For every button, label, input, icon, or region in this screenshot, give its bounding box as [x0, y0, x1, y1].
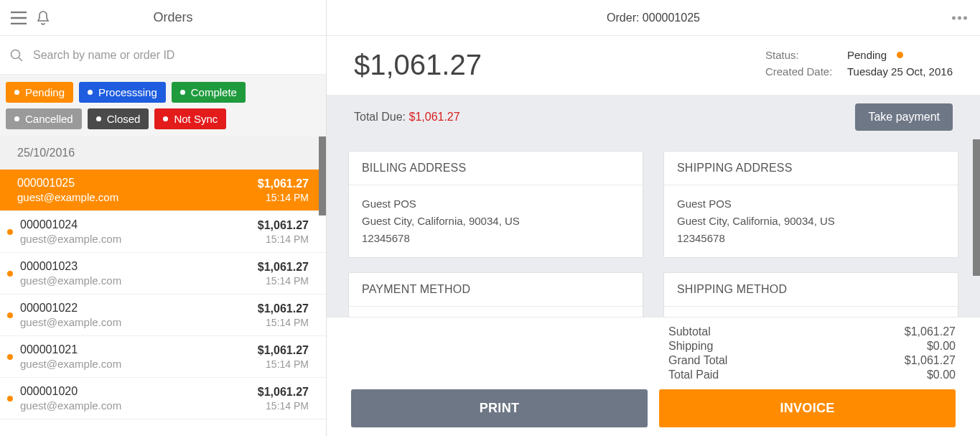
chip-label: Processsing	[98, 86, 157, 98]
order-id: 000001022	[20, 302, 251, 315]
status-dot-icon	[7, 396, 13, 402]
created-label: Created Date:	[765, 65, 837, 78]
filter-closed[interactable]: Closed	[88, 108, 149, 129]
chip-label: Not Sync	[174, 113, 218, 125]
order-amount: $1,061.27	[258, 177, 309, 190]
order-email: guest@example.com	[17, 191, 251, 203]
filter-complete[interactable]: Complete	[172, 82, 246, 103]
order-time: 15:14 PM	[258, 400, 309, 412]
order-email: guest@example.com	[20, 399, 251, 412]
created-value: Tuesday 25 Oct, 2016	[847, 65, 953, 78]
chip-label: Pending	[25, 86, 65, 98]
order-amount: $1,061.27	[258, 261, 309, 274]
due-row: Total Due: $1,061.27 Take payment	[327, 95, 980, 139]
total-paid-value: $0.00	[927, 368, 956, 381]
order-amount: $1,061.27	[258, 219, 309, 232]
shipping-header: SHIPPING ADDRESS	[664, 152, 958, 185]
order-item[interactable]: 000001024guest@example.com$1,061.2715:14…	[0, 211, 326, 253]
order-time: 15:14 PM	[258, 192, 309, 203]
summary-row: $1,061.27 Status: Pending Created Date: …	[327, 36, 980, 95]
order-time: 15:14 PM	[258, 275, 309, 287]
order-id: 000001025	[17, 177, 251, 190]
left-title: Orders	[59, 10, 287, 25]
search-icon	[10, 49, 23, 62]
shipping-label: Shipping	[668, 340, 713, 353]
filter-chips: Pending Processsing Complete Cancelled C…	[0, 75, 326, 136]
menu-icon[interactable]	[10, 9, 27, 27]
order-id: 000001024	[20, 218, 251, 231]
order-detail-panel: Order: 000001025 $1,061.27 Status: Pendi…	[327, 0, 980, 436]
invoice-button[interactable]: INVOICE	[659, 389, 956, 427]
more-icon[interactable]	[952, 16, 967, 19]
order-email: guest@example.com	[20, 233, 251, 245]
total-due-value: $1,061.27	[409, 111, 459, 123]
status-block: Status: Pending Created Date: Tuesday 25…	[765, 49, 953, 82]
order-id: 000001021	[20, 343, 251, 356]
order-email: guest@example.com	[20, 316, 251, 328]
order-id: 000001023	[20, 260, 251, 273]
order-time: 15:14 PM	[258, 317, 309, 328]
search-input[interactable]	[33, 49, 316, 62]
billing-phone: 12345678	[362, 230, 630, 247]
filter-processing[interactable]: Processsing	[79, 82, 166, 103]
status-dot-icon	[7, 312, 13, 318]
grand-total-label: Grand Total	[668, 354, 727, 367]
shipping-method-header: SHIPPING METHOD	[664, 273, 958, 307]
order-amount: $1,061.27	[258, 344, 309, 357]
order-item[interactable]: 000001020guest@example.com$1,061.2715:14…	[0, 378, 326, 419]
print-button[interactable]: PRINT	[351, 389, 648, 427]
subtotal-label: Subtotal	[668, 325, 711, 338]
order-header-title: Order: 000001025	[607, 11, 700, 24]
billing-header: BILLING ADDRESS	[349, 152, 643, 185]
order-item[interactable]: 000001025guest@example.com$1,061.2715:14…	[0, 170, 326, 211]
order-total: $1,061.27	[354, 49, 482, 81]
status-dot-icon	[897, 52, 903, 58]
chip-label: Closed	[107, 113, 141, 125]
billing-card: BILLING ADDRESS Guest POS Guest City, Ca…	[348, 151, 643, 258]
shipping-card: SHIPPING ADDRESS Guest POS Guest City, C…	[663, 151, 958, 258]
shipping-line: Guest City, California, 90034, US	[677, 213, 945, 230]
billing-name: Guest POS	[362, 195, 630, 213]
search-row	[0, 36, 326, 75]
order-list[interactable]: 25/10/2016 000001025guest@example.com$1,…	[0, 136, 326, 436]
order-item[interactable]: 000001021guest@example.com$1,061.2715:14…	[0, 336, 326, 378]
status-dot-icon	[7, 271, 13, 277]
svg-point-0	[11, 50, 20, 58]
filter-cancelled[interactable]: Cancelled	[6, 108, 82, 129]
order-id: 000001020	[20, 385, 251, 398]
shipping-name: Guest POS	[677, 195, 945, 213]
order-time: 15:14 PM	[258, 233, 309, 245]
chip-label: Cancelled	[25, 113, 73, 125]
scrollbar-thumb[interactable]	[973, 139, 980, 276]
payment-method-card: PAYMENT METHOD €600.00 : Web POS - Cash …	[348, 272, 643, 317]
status-dot-icon	[7, 354, 13, 360]
date-separator: 25/10/2016	[0, 136, 326, 170]
take-payment-button[interactable]: Take payment	[855, 103, 953, 131]
total-due-label: Total Due:	[354, 111, 409, 123]
order-item[interactable]: 000001022guest@example.com$1,061.2715:14…	[0, 294, 326, 336]
subtotal-value: $1,061.27	[905, 325, 956, 338]
bell-icon[interactable]	[34, 9, 52, 27]
order-email: guest@example.com	[20, 274, 251, 287]
scrollbar-thumb[interactable]	[319, 136, 326, 215]
billing-line: Guest City, California, 90034, US	[362, 213, 630, 230]
totals-block: Subtotal$1,061.27 Shipping$0.00 Grand To…	[668, 325, 956, 382]
payment-method-header: PAYMENT METHOD	[349, 273, 643, 307]
chip-label: Complete	[191, 86, 237, 98]
order-amount: $1,061.27	[258, 386, 309, 399]
right-header: Order: 000001025	[327, 0, 980, 36]
status-value: Pending	[847, 49, 887, 61]
filter-notsync[interactable]: Not Sync	[154, 108, 226, 129]
order-amount: $1,061.27	[258, 302, 309, 315]
orders-panel: Orders Pending Processsing Complete Canc…	[0, 0, 327, 436]
order-item[interactable]: 000001023guest@example.com$1,061.2715:14…	[0, 253, 326, 294]
total-paid-label: Total Paid	[668, 368, 719, 381]
left-header: Orders	[0, 0, 326, 36]
cards-area[interactable]: BILLING ADDRESS Guest POS Guest City, Ca…	[327, 139, 980, 317]
grand-total-value: $1,061.27	[905, 354, 956, 367]
status-label: Status:	[765, 49, 837, 61]
shipping-value: $0.00	[927, 340, 956, 353]
footer: Subtotal$1,061.27 Shipping$0.00 Grand To…	[327, 317, 980, 436]
shipping-phone: 12345678	[677, 230, 945, 247]
filter-pending[interactable]: Pending	[6, 82, 73, 103]
